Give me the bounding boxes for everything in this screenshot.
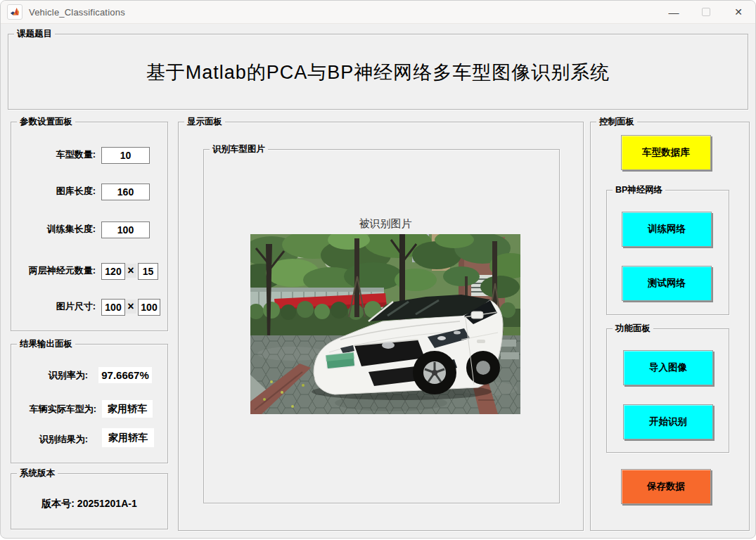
test-network-button[interactable]: 测试网络 xyxy=(622,266,712,301)
neurons-layer1-field[interactable]: 120 xyxy=(101,263,125,280)
topic-panel-label: 课题题目 xyxy=(14,28,55,40)
image-height-field[interactable]: 100 xyxy=(138,299,160,316)
version-panel: 系统版本 版本号: 20251201A-1 xyxy=(11,473,168,529)
display-panel: 显示面板 识别车型图片 被识别图片 xyxy=(178,122,584,531)
trainset-length-field[interactable]: 100 xyxy=(101,221,150,238)
actual-type-label: 车辆实际车型为: xyxy=(11,401,96,417)
bp-network-panel-label: BP神经网络 xyxy=(613,184,665,196)
app-window: Vehicle_Classifications — ✕ 课题题目 基于Matla… xyxy=(0,0,756,539)
image-width-field[interactable]: 100 xyxy=(101,299,125,316)
params-panel-label: 参数设置面板 xyxy=(17,116,75,128)
multiply-icon: × xyxy=(125,264,136,278)
trainset-length-label: 训练集长度: xyxy=(11,221,96,237)
image-size-label: 图片尺寸: xyxy=(11,299,96,314)
display-panel-label: 显示面板 xyxy=(184,116,225,128)
vehicle-database-button[interactable]: 车型数据库 xyxy=(621,135,711,170)
vehicle-count-label: 车型数量: xyxy=(11,147,96,162)
load-image-button[interactable]: 导入图像 xyxy=(623,350,713,385)
matlab-icon xyxy=(7,4,23,20)
save-data-button[interactable]: 保存数据 xyxy=(621,469,711,504)
page-title: 基于Matlab的PCA与BP神经网络多车型图像识别系统 xyxy=(8,60,748,85)
control-panel-label: 控制面板 xyxy=(596,116,637,128)
param-row: 车型数量: 10 xyxy=(11,147,167,162)
neurons-label: 两层神经元数量: xyxy=(11,263,96,278)
actual-type-value: 家用轿车 xyxy=(102,400,153,418)
train-network-button[interactable]: 训练网络 xyxy=(622,212,712,247)
param-row: 图库长度: 160 xyxy=(11,184,167,199)
neurons-layer2-field[interactable]: 15 xyxy=(138,263,158,280)
image-caption: 被识别图片 xyxy=(250,217,520,231)
version-label: 版本号: xyxy=(41,498,75,509)
function-panel-label: 功能面板 xyxy=(613,323,653,335)
topic-panel: 课题题目 基于Matlab的PCA与BP神经网络多车型图像识别系统 xyxy=(8,34,748,110)
version-value: 20251201A-1 xyxy=(77,498,137,509)
maximize-button[interactable] xyxy=(690,1,722,23)
recognized-image-panel: 识别车型图片 被识别图片 xyxy=(203,149,560,503)
function-panel: 功能面板 导入图像 开始识别 xyxy=(606,328,729,453)
control-panel: 控制面板 车型数据库 BP神经网络 训练网络 测试网络 功能面板 导入图像 开始… xyxy=(590,122,750,531)
recognized-image-panel-label: 识别车型图片 xyxy=(210,143,268,155)
rate-value: 97.6667% xyxy=(98,367,152,383)
vehicle-photo xyxy=(250,234,520,414)
minimize-button[interactable]: — xyxy=(658,1,690,23)
window-title: Vehicle_Classifications xyxy=(29,7,125,18)
version-panel-label: 系统版本 xyxy=(17,468,58,480)
window-controls: — ✕ xyxy=(658,1,755,23)
results-panel: 结果输出面板 识别率为: 97.6667% 车辆实际车型为: 家用轿车 识别结果… xyxy=(11,344,168,463)
params-panel: 参数设置面板 车型数量: 10 图库长度: 160 训练集长度: 100 两层神… xyxy=(11,122,168,331)
multiply-icon: × xyxy=(125,300,136,314)
param-row: 训练集长度: 100 xyxy=(11,221,167,237)
bp-network-panel: BP神经网络 训练网络 测试网络 xyxy=(606,190,729,315)
titlebar: Vehicle_Classifications — ✕ xyxy=(1,1,755,24)
result-label: 识别结果为: xyxy=(11,432,88,447)
maximize-icon xyxy=(702,8,710,16)
param-row: 两层神经元数量: 120 × 15 xyxy=(11,263,167,278)
param-row: 图片尺寸: 100 × 100 xyxy=(11,299,167,314)
results-panel-label: 结果输出面板 xyxy=(17,338,75,350)
start-recognition-button[interactable]: 开始识别 xyxy=(623,404,713,439)
gallery-length-label: 图库长度: xyxy=(11,184,96,199)
result-value: 家用轿车 xyxy=(102,428,154,447)
version-row: 版本号: 20251201A-1 xyxy=(11,498,167,510)
vehicle-count-field[interactable]: 10 xyxy=(101,147,150,164)
gallery-length-field[interactable]: 160 xyxy=(101,184,150,200)
close-button[interactable]: ✕ xyxy=(722,1,755,23)
rate-label: 识别率为: xyxy=(11,368,88,383)
